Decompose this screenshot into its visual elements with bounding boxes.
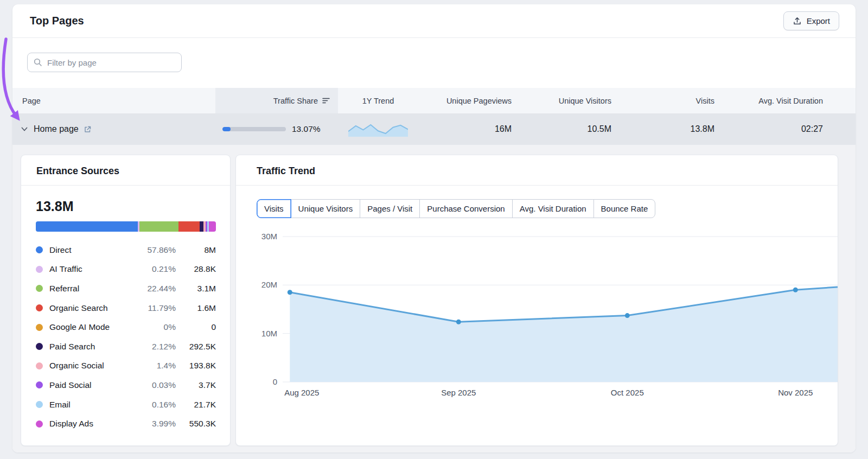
traffic-share-bar [222,127,286,131]
legend-label: Direct [49,245,138,255]
unique-pageviews-value: 16M [418,124,518,134]
visits-value: 13.8M [618,124,721,134]
metric-tabs: Visits Unique Visitors Pages / Visit Pur… [257,199,838,218]
traffic-share-value: 13.07% [292,124,321,134]
legend-value: 28.8K [176,264,216,274]
entrance-sources-stacked-bar [36,221,216,232]
tab-pages-per-visit[interactable]: Pages / Visit [360,199,420,218]
top-pages-card: Top Pages Export Page Traffic Sh [12,4,856,452]
legend-dot [36,324,43,331]
legend-value: 21.7K [176,400,216,410]
column-header-unique-visitors[interactable]: Unique Visitors [518,97,618,105]
legend-dot [36,420,43,428]
legend-item-display-ads: Display Ads 3.99% 550.3K [36,414,216,433]
legend-label: Organic Search [49,303,138,313]
svg-text:Nov 2025: Nov 2025 [778,388,813,397]
svg-text:Oct 2025: Oct 2025 [611,388,644,397]
legend-item-email: Email 0.16% 21.7K [36,395,216,415]
tab-visits[interactable]: Visits [257,199,291,218]
column-header-unique-pageviews[interactable]: Unique Pageviews [418,97,518,105]
traffic-trend-header: Traffic Trend [236,155,838,186]
external-link-icon[interactable] [84,125,92,133]
svg-text:0: 0 [273,377,277,386]
legend-value: 550.3K [176,419,216,429]
legend-percent: 3.99% [138,419,176,429]
card-header: Top Pages Export [12,4,856,38]
page: Top Pages Export Page Traffic Sh [0,0,868,459]
tab-bounce-rate[interactable]: Bounce Rate [593,199,656,218]
table-row[interactable]: Home page 13.07% 16M 10.5M 13.8M 02:27 [12,113,856,145]
entrance-sources-legend: Direct 57.86% 8M AI Traffic 0.21% 28.8K [36,240,216,433]
filter-input[interactable] [27,53,182,72]
legend-value: 3.1M [176,284,216,294]
legend-dot [36,246,43,253]
table-header: Page Traffic Share 1Y Trend Unique Pagev… [12,88,856,113]
column-header-traffic-share[interactable]: Traffic Share [215,88,338,113]
legend-value: 8M [176,245,216,255]
page-name[interactable]: Home page [34,124,79,134]
legend-percent: 0.03% [138,380,176,390]
entrance-sources-total: 13.8M [36,199,216,214]
legend-label: Paid Social [49,380,138,390]
column-header-avg-visit-duration[interactable]: Avg. Visit Duration [721,97,856,105]
traffic-trend-title: Traffic Trend [257,165,822,177]
legend-percent: 0% [138,322,176,332]
avg-visit-duration-value: 02:27 [721,124,856,134]
legend-item-paid-social: Paid Social 0.03% 3.7K [36,375,216,395]
trend-cell [338,122,418,137]
stacked-bar-segment [178,221,199,232]
legend-item-organic-search: Organic Search 11.79% 1.6M [36,298,216,318]
legend-dot [36,343,43,350]
page-title: Top Pages [30,15,84,27]
traffic-trend-card: Traffic Trend Visits Unique Visitors Pag… [235,155,838,446]
entrance-sources-body: 13.8M Direct 57.86% 8M AI Traffic 0.21% [21,186,230,433]
legend-dot [36,401,43,408]
stacked-bar-segment [139,221,179,232]
legend-percent: 11.79% [138,303,176,313]
filter-row [12,38,856,72]
legend-value: 3.7K [176,380,216,390]
filter-input-wrapper [27,53,182,72]
export-button[interactable]: Export [783,11,839,30]
unique-visitors-value: 10.5M [518,124,618,134]
traffic-trend-body: Visits Unique Visitors Pages / Visit Pur… [236,186,838,400]
column-header-1y-trend[interactable]: 1Y Trend [338,97,418,105]
legend-percent: 1.4% [138,361,176,371]
svg-text:30M: 30M [261,232,277,241]
traffic-share-bar-fill [222,127,231,131]
legend-item-organic-social: Organic Social 1.4% 193.8K [36,356,216,376]
export-icon [793,16,802,25]
expanded-panel: Entrance Sources 13.8M Direct 57.86% 8M [12,145,856,452]
svg-text:10M: 10M [261,329,277,338]
legend-percent: 0.16% [138,400,176,410]
tab-unique-visitors[interactable]: Unique Visitors [291,199,361,218]
export-label: Export [807,16,830,25]
legend-value: 0 [176,322,216,332]
legend-value: 1.6M [176,303,216,313]
legend-percent: 57.86% [138,245,176,255]
page-cell: Home page [12,124,215,134]
legend-dot [36,304,43,311]
legend-dot [36,362,43,369]
legend-item-google-ai-mode: Google AI Mode 0% 0 [36,317,216,337]
tab-purchase-conversion[interactable]: Purchase Conversion [419,199,512,218]
legend-label: AI Traffic [49,264,138,274]
legend-label: Display Ads [49,419,138,429]
chevron-down-icon[interactable] [20,125,29,133]
legend-label: Referral [49,284,138,294]
legend-item-paid-search: Paid Search 2.12% 292.5K [36,337,216,356]
traffic-share-cell: 13.07% [215,124,338,134]
legend-label: Google AI Mode [49,322,138,332]
tab-avg-visit-duration[interactable]: Avg. Visit Duration [512,199,594,218]
column-header-page[interactable]: Page [12,97,215,105]
legend-item-ai-traffic: AI Traffic 0.21% 28.8K [36,260,216,279]
legend-value: 292.5K [176,342,216,352]
legend-label: Paid Search [49,342,138,352]
stacked-bar-segment [36,221,138,232]
stacked-bar-segment [209,221,216,232]
legend-percent: 0.21% [138,264,176,274]
column-header-visits[interactable]: Visits [618,97,721,105]
trend-sparkline [348,122,408,137]
traffic-trend-chart: 010M20M30MAug 2025Sep 2025Oct 2025Nov 20… [257,229,838,400]
legend-dot [36,266,43,273]
